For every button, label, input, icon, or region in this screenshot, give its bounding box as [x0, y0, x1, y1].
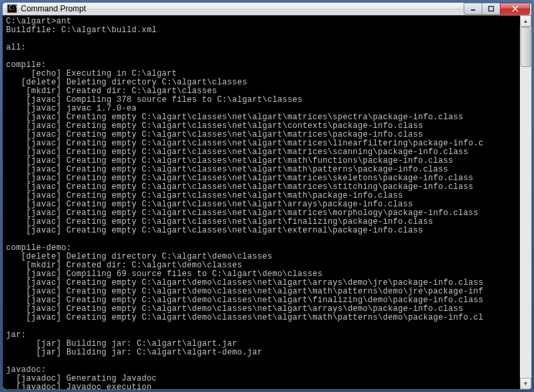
scroll-down-button[interactable]: ▼ [520, 378, 531, 389]
close-button[interactable] [500, 3, 530, 15]
console-output[interactable]: C:\algart>ant Buildfile: C:\algart\build… [4, 17, 530, 390]
console-content: C:\algart>ant Buildfile: C:\algart\build… [3, 15, 531, 390]
window-title: Command Prompt [21, 4, 464, 13]
vertical-scroll-thumb[interactable] [521, 27, 531, 67]
scroll-up-button[interactable]: ▲ [520, 15, 531, 27]
vertical-scroll-track[interactable] [520, 27, 531, 378]
command-prompt-window: C:\ Command Prompt C:\algart>ant Buildfi… [2, 2, 532, 390]
scroll-right-button[interactable]: ▶ [509, 389, 520, 390]
app-icon: C:\ [7, 3, 17, 14]
scrollbar-corner [520, 389, 531, 390]
scroll-left-button[interactable]: ◀ [3, 389, 14, 390]
window-controls [464, 3, 530, 15]
svg-text:C:\: C:\ [9, 5, 17, 11]
svg-rect-3 [489, 7, 494, 11]
vertical-scrollbar[interactable]: ▲ ▼ [520, 15, 531, 389]
horizontal-scroll-track[interactable] [14, 389, 509, 390]
titlebar[interactable]: C:\ Command Prompt [3, 3, 531, 15]
horizontal-scrollbar[interactable]: ◀ ▶ [3, 389, 520, 390]
maximize-button[interactable] [482, 3, 500, 15]
minimize-button[interactable] [464, 3, 482, 15]
